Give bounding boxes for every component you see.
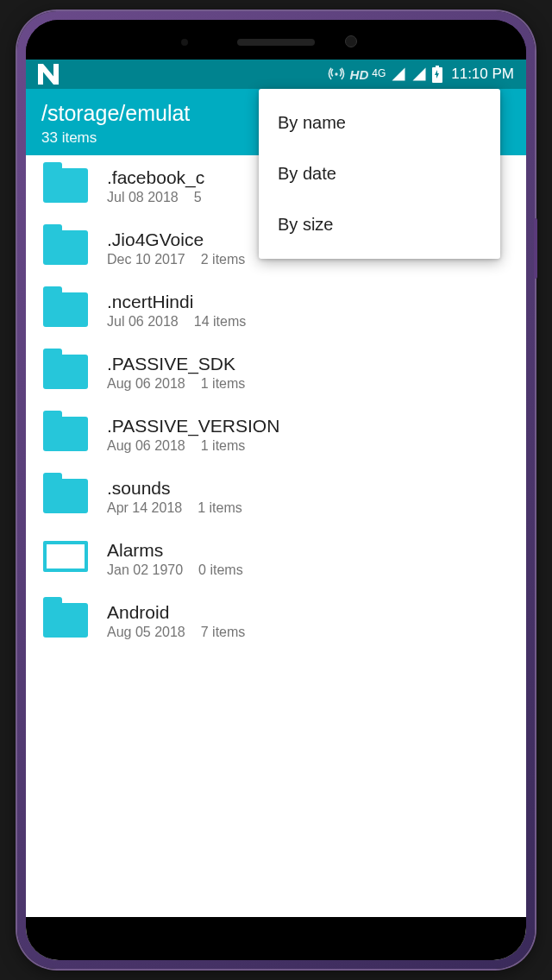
file-meta: Apr 14 20181 items: [107, 500, 509, 516]
list-item-text: AndroidAug 05 20187 items: [107, 602, 509, 640]
list-item-text: .ncertHindiJul 06 201814 items: [107, 292, 509, 330]
speaker: [237, 39, 315, 46]
sort-menu-item[interactable]: By name: [259, 97, 500, 148]
folder-icon: [43, 168, 88, 204]
sort-menu-item[interactable]: By size: [259, 199, 500, 250]
phone-screen: HD 4G 11:10 PM /storage/emulat 33 items …: [26, 20, 526, 960]
phone-notch: [26, 20, 526, 60]
phone-frame: HD 4G 11:10 PM /storage/emulat 33 items …: [17, 11, 535, 969]
file-name-label: .PASSIVE_VERSION: [107, 416, 509, 437]
sort-menu: By nameBy dateBy size: [259, 89, 500, 259]
file-date-label: Aug 05 2018: [107, 625, 185, 640]
file-count-label: 0 items: [198, 562, 243, 578]
svg-rect-1: [436, 66, 439, 68]
list-item-text: .PASSIVE_SDKAug 06 20181 items: [107, 354, 509, 392]
hotspot-icon: [328, 66, 345, 83]
file-date-label: Jan 02 1970: [107, 562, 183, 578]
hd-label: HD: [350, 67, 369, 82]
list-item[interactable]: .ncertHindiJul 06 201814 items: [26, 280, 526, 342]
file-count-label: 1 items: [198, 500, 242, 516]
file-count-label: 2 items: [201, 252, 246, 267]
folder-icon: [43, 479, 88, 515]
signal-icon-2: [411, 66, 427, 82]
file-name-label: .ncertHindi: [107, 292, 509, 312]
file-meta: Aug 05 20187 items: [107, 625, 509, 640]
folder-outline-icon: [43, 541, 88, 577]
phone-side-button: [534, 218, 537, 279]
file-name-label: .PASSIVE_SDK: [107, 354, 509, 374]
file-count-label: 7 items: [201, 625, 246, 640]
file-date-label: Jul 08 2018: [107, 190, 179, 205]
android-n-icon: [38, 64, 59, 85]
file-date-label: Jul 06 2018: [107, 314, 179, 330]
file-list[interactable]: .facebook_cJul 08 20185.Jio4GVoiceDec 10…: [26, 155, 526, 960]
file-date-label: Aug 06 2018: [107, 376, 185, 392]
file-name-label: Android: [107, 602, 509, 623]
list-item-text: AlarmsJan 02 19700 items: [107, 540, 509, 578]
bottom-bezel: [26, 917, 526, 960]
folder-icon: [43, 230, 88, 267]
status-left: [38, 64, 59, 85]
status-bar: HD 4G 11:10 PM: [26, 60, 526, 89]
status-icons: HD 4G 11:10 PM: [328, 66, 514, 83]
list-item-text: .PASSIVE_VERSIONAug 06 20181 items: [107, 416, 509, 454]
folder-icon: [43, 417, 88, 453]
file-date-label: Aug 06 2018: [107, 438, 185, 454]
clock-label: 11:10 PM: [451, 66, 514, 83]
list-item[interactable]: AndroidAug 05 20187 items: [26, 590, 526, 652]
file-meta: Jul 06 201814 items: [107, 314, 509, 330]
file-count-label: 14 items: [194, 314, 246, 330]
folder-icon: [43, 603, 88, 639]
list-item[interactable]: .soundsApr 14 20181 items: [26, 466, 526, 528]
folder-icon: [43, 355, 88, 391]
file-name-label: .sounds: [107, 478, 509, 499]
file-meta: Aug 06 20181 items: [107, 376, 509, 392]
front-camera: [345, 35, 357, 47]
network-label: 4G: [372, 67, 386, 79]
file-name-label: Alarms: [107, 540, 509, 561]
file-meta: Aug 06 20181 items: [107, 438, 509, 454]
folder-icon: [43, 292, 88, 329]
file-count-label: 1 items: [201, 376, 246, 392]
list-item[interactable]: AlarmsJan 02 19700 items: [26, 528, 526, 590]
sensor: [181, 39, 188, 46]
battery-charging-icon: [432, 66, 442, 83]
file-count-label: 1 items: [201, 438, 246, 454]
file-meta: Jan 02 19700 items: [107, 562, 509, 578]
list-item[interactable]: .PASSIVE_VERSIONAug 06 20181 items: [26, 404, 526, 466]
list-item[interactable]: .PASSIVE_SDKAug 06 20181 items: [26, 342, 526, 404]
sort-menu-item[interactable]: By date: [259, 148, 500, 199]
list-item-text: .soundsApr 14 20181 items: [107, 478, 509, 516]
file-date-label: Dec 10 2017: [107, 252, 185, 267]
signal-icon-1: [391, 66, 406, 82]
file-date-label: Apr 14 2018: [107, 500, 182, 516]
file-count-label: 5: [194, 190, 202, 205]
